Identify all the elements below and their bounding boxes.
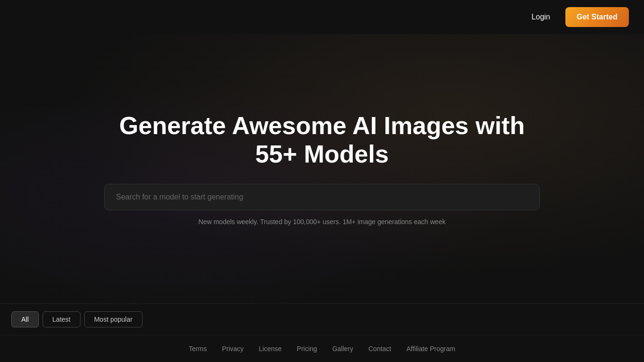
search-container	[104, 184, 540, 210]
footer: Terms Privacy License Pricing Gallery Co…	[0, 335, 644, 362]
footer-link-affiliate[interactable]: Affiliate Program	[406, 345, 455, 353]
get-started-button[interactable]: Get Started	[565, 7, 629, 27]
header: Login Get Started	[0, 0, 644, 34]
footer-link-terms[interactable]: Terms	[189, 345, 207, 353]
search-input[interactable]	[104, 184, 540, 210]
footer-link-license[interactable]: License	[259, 345, 282, 353]
footer-link-gallery[interactable]: Gallery	[332, 345, 353, 353]
hero-title: Generate Awesome AI Images with 55+ Mode…	[109, 112, 535, 169]
footer-link-contact[interactable]: Contact	[368, 345, 391, 353]
hero-subtitle: New models weekly. Trusted by 100,000+ u…	[198, 218, 446, 226]
main-content: Generate Awesome AI Images with 55+ Mode…	[0, 34, 644, 303]
tab-latest[interactable]: Latest	[43, 311, 80, 327]
bottom-section: All Latest Most popular Terms Privacy Li…	[0, 303, 644, 362]
footer-link-privacy[interactable]: Privacy	[222, 345, 244, 353]
tab-all[interactable]: All	[11, 311, 39, 327]
filter-tabs: All Latest Most popular	[0, 303, 644, 335]
tab-most-popular[interactable]: Most popular	[84, 311, 143, 327]
footer-link-pricing[interactable]: Pricing	[297, 345, 317, 353]
login-button[interactable]: Login	[524, 9, 558, 25]
